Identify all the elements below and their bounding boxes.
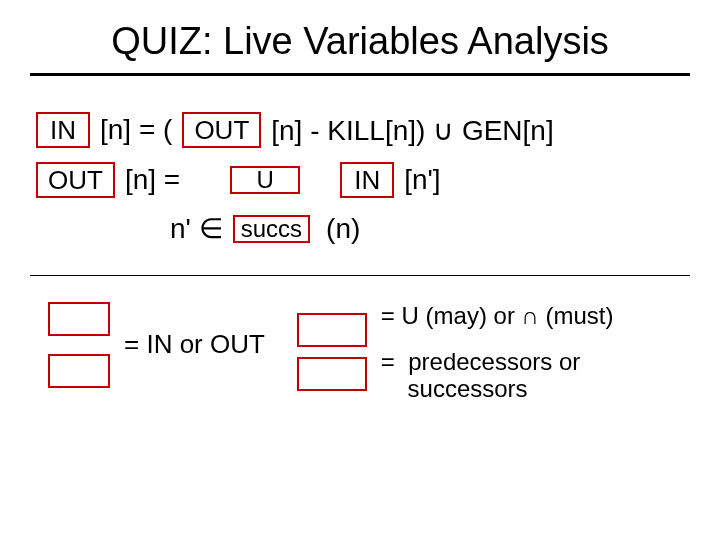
slide: QUIZ: Live Variables Analysis IN [n] = (… [0,0,720,540]
eq3-text-2: (n) [326,213,360,245]
legend: = IN or OUT = U (may) or ∩ (must) = pred… [48,302,690,403]
eq2-text-1: [n] = [125,164,180,196]
blank-in-2: IN [340,162,394,198]
blank-union: U [230,166,300,194]
section-divider [30,275,690,276]
legend-r1: = U (may) or ∩ (must) [381,302,614,330]
equation-row-1: IN [n] = ( OUT [n] - KILL[n]) ∪ GEN[n] [36,112,690,148]
blank-out-2: OUT [36,162,115,198]
legend-right-boxes [297,313,367,391]
legend-blank-1 [48,302,110,336]
legend-blank-2 [48,354,110,388]
blank-out-1: OUT [182,112,261,148]
eq3-text-1: n' ∈ [170,212,223,245]
legend-right-texts: = U (may) or ∩ (must) = predecessors or … [381,302,614,403]
legend-left-block: = IN or OUT [48,302,265,388]
legend-right-block: = U (may) or ∩ (must) = predecessors or … [297,302,614,403]
blank-succs: succs [233,215,310,243]
eq2-text-2: [n'] [404,164,440,196]
slide-title: QUIZ: Live Variables Analysis [30,20,690,63]
legend-blank-3 [297,313,367,347]
legend-mid-text: = IN or OUT [124,330,265,360]
eq1-text-2: [n] - KILL[n]) ∪ GEN[n] [271,114,553,147]
blank-in: IN [36,112,90,148]
eq1-text-1: [n] = ( [100,114,172,146]
equation-row-3: n' ∈ succs (n) [170,212,690,245]
legend-blank-4 [297,357,367,391]
legend-left-boxes [48,302,110,388]
legend-r2: = predecessors or successors [381,348,580,403]
equation-row-2: OUT [n] = U IN [n'] [36,162,690,198]
title-divider [30,73,690,76]
